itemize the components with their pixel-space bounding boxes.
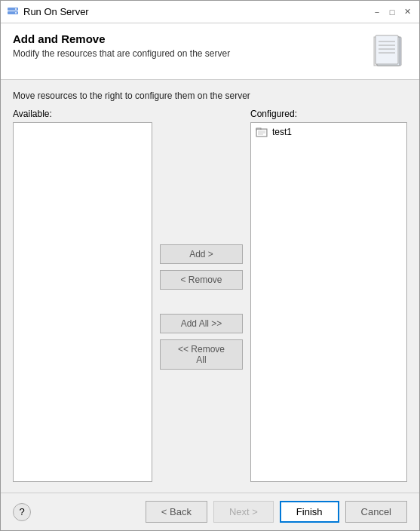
configured-item[interactable]: test1: [251, 123, 406, 141]
title-bar-title: Run On Server: [23, 6, 89, 17]
header-server-icon: [369, 32, 407, 70]
close-button[interactable]: ✕: [401, 6, 413, 18]
available-label: Available:: [13, 109, 152, 119]
panels-row: Available: Add > < Remove Add All >> << …: [13, 109, 407, 482]
title-bar: Run On Server − □ ✕: [1, 1, 419, 23]
svg-rect-17: [256, 128, 261, 130]
header-section: Add and Remove Modify the resources that…: [1, 23, 419, 80]
page-title: Add and Remove: [13, 32, 230, 45]
title-bar-controls: − □ ✕: [371, 6, 413, 18]
page-subtitle: Modify the resources that are configured…: [13, 48, 230, 59]
footer: ? < Back Next > Finish Cancel: [1, 493, 419, 530]
maximize-button[interactable]: □: [386, 6, 398, 18]
window-icon: [7, 6, 19, 18]
remove-button[interactable]: < Remove: [160, 270, 243, 290]
cancel-button[interactable]: Cancel: [345, 501, 407, 523]
configured-item-name: test1: [272, 127, 292, 137]
svg-point-2: [15, 8, 17, 10]
next-button[interactable]: Next >: [213, 501, 274, 523]
content: Move resources to the right to configure…: [1, 80, 419, 493]
configured-label: Configured:: [250, 109, 407, 119]
instruction-text: Move resources to the right to configure…: [13, 91, 407, 101]
available-list[interactable]: [13, 122, 152, 482]
configured-list[interactable]: test1: [250, 122, 407, 482]
back-button[interactable]: < Back: [146, 501, 207, 523]
minimize-button[interactable]: −: [371, 6, 383, 18]
help-button[interactable]: ?: [13, 503, 31, 521]
svg-point-3: [15, 12, 17, 14]
footer-left: ?: [13, 503, 31, 521]
add-button[interactable]: Add >: [160, 244, 243, 264]
available-panel: Available:: [13, 109, 152, 482]
remove-all-button[interactable]: << Remove All: [160, 339, 243, 370]
configured-panel: Configured: test1: [250, 109, 407, 482]
title-bar-left: Run On Server: [7, 6, 89, 18]
finish-button[interactable]: Finish: [280, 501, 339, 523]
middle-panel: Add > < Remove Add All >> << Remove All: [152, 109, 250, 482]
header-text: Add and Remove Modify the resources that…: [13, 32, 230, 59]
add-all-button[interactable]: Add All >>: [160, 314, 243, 333]
footer-right: < Back Next > Finish Cancel: [146, 501, 407, 523]
svg-rect-11: [376, 35, 398, 64]
project-icon: [256, 126, 268, 138]
window: Run On Server − □ ✕ Add and Remove Modif…: [0, 0, 420, 531]
